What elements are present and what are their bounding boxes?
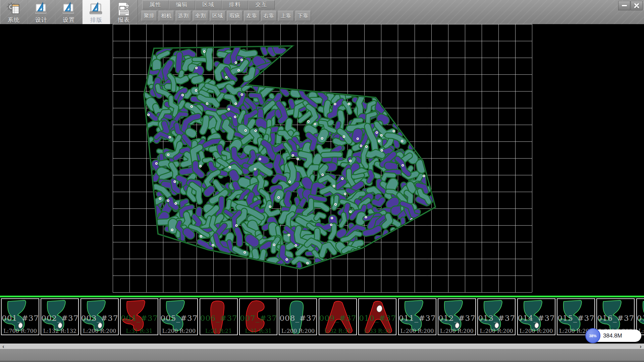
menu-tab-edit[interactable]: 编辑 xyxy=(169,0,195,9)
part-id-label: 007_#37 xyxy=(240,314,277,322)
nesting-app-window: { "window": { "minimize_icon": "minimize… xyxy=(0,0,644,362)
mode-button-system[interactable]: 系统 xyxy=(0,0,28,24)
tool-button-cut-all[interactable]: 全割 xyxy=(193,11,208,21)
part-lr-count-label: L:21 R:21 xyxy=(200,328,237,334)
part-lr-count-label: L:200 R:200 xyxy=(81,328,118,334)
part-id-label: 005_#37 xyxy=(160,314,197,322)
progress-circle: 38% xyxy=(585,328,600,343)
tool-button-align-bottom[interactable]: 下靠 xyxy=(296,11,311,21)
part-id-label: 009_#37 xyxy=(319,314,356,322)
part-lr-count-label: L:200 R:200 xyxy=(438,328,475,334)
part-id-label: 003_#37 xyxy=(81,314,118,322)
tool-button-region[interactable]: 区域 xyxy=(210,11,225,21)
part-thumbnail-004_#37[interactable]: 004_#37L:31 R:31 xyxy=(120,298,158,335)
mode-button-design[interactable]: 设计 xyxy=(28,0,55,24)
design-ruler-icon xyxy=(34,2,49,16)
part-id-label: 013_#37 xyxy=(478,314,515,322)
part-id-label: 004_#37 xyxy=(121,314,158,322)
tool-button-align-left[interactable]: 左靠 xyxy=(244,11,260,21)
part-lr-count-label: L:200 R:200 xyxy=(518,328,555,334)
chevron-right-icon: › xyxy=(640,344,641,349)
mode-button-report[interactable]: 报表 xyxy=(110,0,138,24)
part-id-label: 014_#37 xyxy=(518,314,555,322)
part-thumbnail-011_#37[interactable]: 011_#37L:200 R:200 xyxy=(398,298,436,335)
menu-tab-region[interactable]: 区域 xyxy=(195,0,222,9)
part-lr-count-label: L:33 R:33 xyxy=(359,328,396,334)
tool-button-align-top[interactable]: 上靠 xyxy=(278,11,294,21)
nesting-canvas[interactable] xyxy=(0,24,644,296)
part-thumbnail-009_#37[interactable]: 009_#37L:32 R:31 xyxy=(319,298,357,335)
tool-button-cut-selected[interactable]: 选割 xyxy=(176,11,191,21)
close-button[interactable] xyxy=(631,1,643,10)
part-lr-count-label: L:31 R:31 xyxy=(240,328,277,334)
status-footer xyxy=(0,349,644,362)
scroll-right-button[interactable]: › xyxy=(637,344,644,349)
title-toolbar: 系统设计设置排版报表 属性编辑区域排料交互 聚排相机选割全割区域瑕疵左靠右靠上靠… xyxy=(0,0,644,24)
part-id-label: 002_#37 xyxy=(41,314,78,322)
memory-status-badge: 38% 384.8M xyxy=(586,329,641,342)
part-id-label: 015_#37 xyxy=(557,314,594,322)
part-lr-count-label: L:700 R:700 xyxy=(2,328,39,334)
part-thumbnail-008_#37[interactable]: 008_#37L:200 R:200 xyxy=(279,298,317,335)
part-thumbnail-010_#37[interactable]: 010_#37L:33 R:33 xyxy=(358,298,396,335)
tool-button-defect[interactable]: 瑕疵 xyxy=(227,11,243,21)
mode-button-label: 设置 xyxy=(55,16,83,24)
menu-tab-interact[interactable]: 交互 xyxy=(248,0,275,9)
part-id-label: 011_#37 xyxy=(399,314,436,322)
report-doc-icon xyxy=(116,2,131,16)
part-id-label: 012_#37 xyxy=(438,314,475,322)
progress-percent: 38% xyxy=(589,334,596,338)
minimize-button[interactable] xyxy=(618,1,630,10)
part-thumbnail-001_#37[interactable]: 001_#37L:700 R:700 xyxy=(1,298,39,335)
close-icon xyxy=(634,3,639,8)
part-lr-count-label: L:32 R:31 xyxy=(319,328,356,334)
tool-button-align-right[interactable]: 右靠 xyxy=(261,11,277,21)
part-thumbnail-013_#37[interactable]: 013_#37L:200 R:200 xyxy=(477,298,516,335)
menu-tab-properties[interactable]: 属性 xyxy=(142,0,169,9)
part-lr-count-label: L:132 R:132 xyxy=(41,328,78,334)
part-lr-count-label: L:200 R:200 xyxy=(160,328,197,334)
part-lr-count-label: L:200 R:200 xyxy=(399,328,436,334)
mode-button-label: 设计 xyxy=(28,16,55,24)
minimize-icon xyxy=(622,5,627,6)
mode-button-settings[interactable]: 设置 xyxy=(55,0,83,24)
part-id-label: 001_#37 xyxy=(2,314,39,322)
part-thumbnail-003_#37[interactable]: 003_#37L:200 R:200 xyxy=(80,298,119,335)
mode-button-label: 报表 xyxy=(110,16,138,24)
part-thumbnail-strip: 001_#37L:700 R:700002_#37L:132 R:132003_… xyxy=(0,297,644,344)
part-lr-count-label: L:31 R:31 xyxy=(121,328,158,334)
tool-button-cluster-nest[interactable]: 聚排 xyxy=(142,11,157,21)
part-thumbnail-002_#37[interactable]: 002_#37L:132 R:132 xyxy=(41,298,79,335)
part-id-label: 010_#37 xyxy=(359,314,396,322)
mode-button-nesting[interactable]: 排版 xyxy=(83,0,110,24)
chevron-left-icon: ‹ xyxy=(2,344,4,349)
nesting-ruler-icon xyxy=(89,2,104,16)
system-gear-icon xyxy=(6,2,21,16)
tool-button-camera[interactable]: 相机 xyxy=(159,11,174,21)
part-thumbnail-006_#37[interactable]: 006_#37L:21 R:21 xyxy=(200,298,238,335)
part-thumbnail-012_#37[interactable]: 012_#37L:200 R:200 xyxy=(438,298,476,335)
part-id-label: 016_#37 xyxy=(597,314,634,322)
mode-button-label: 系统 xyxy=(0,16,28,24)
horizontal-scrollbar[interactable]: ‹ › xyxy=(0,344,644,349)
part-id-label: 008_#37 xyxy=(279,314,316,322)
part-lr-count-label: L:200 R:200 xyxy=(478,328,515,334)
memory-value: 384.8M xyxy=(603,333,622,339)
part-thumbnail-007_#37[interactable]: 007_#37L:31 R:31 xyxy=(239,298,277,335)
scroll-left-button[interactable]: ‹ xyxy=(0,344,7,349)
settings-ruler-icon xyxy=(61,2,76,16)
part-thumbnail-005_#37[interactable]: 005_#37L:200 R:200 xyxy=(160,298,198,335)
part-id-label: 006_#37 xyxy=(200,314,237,322)
part-id-label: 017_#37 xyxy=(637,314,644,322)
menu-tab-nest[interactable]: 排料 xyxy=(222,0,248,9)
mode-button-label: 排版 xyxy=(83,16,110,24)
part-lr-count-label: L:200 R:200 xyxy=(279,328,316,334)
part-thumbnail-014_#37[interactable]: 014_#37L:200 R:200 xyxy=(517,298,555,335)
